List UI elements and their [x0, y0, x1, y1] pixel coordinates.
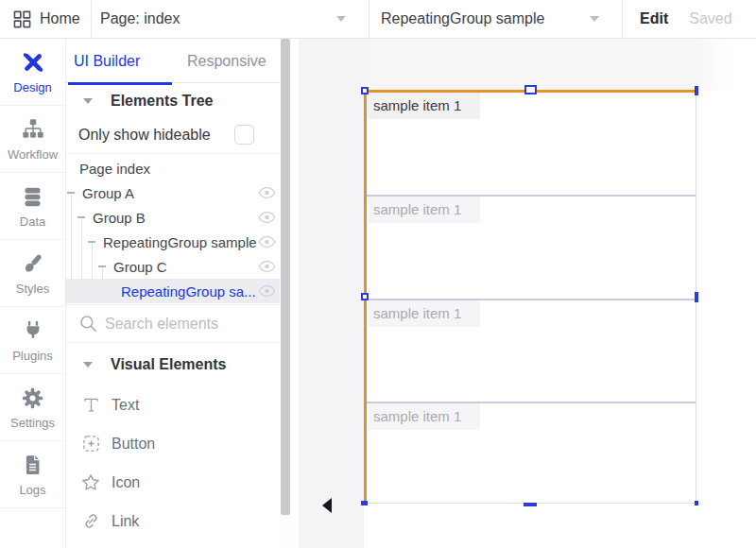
edit-mode-button[interactable]: Edit: [640, 10, 668, 27]
repeating-group-cell[interactable]: sample item 1: [367, 93, 696, 195]
data-icon: [20, 184, 45, 210]
home-label: Home: [40, 10, 80, 27]
collapse-minus-icon[interactable]: [67, 192, 75, 194]
resize-handle-middle-right[interactable]: [695, 292, 698, 302]
visual-elements-title: Visual Elements: [111, 356, 226, 373]
cell-text: sample item 1: [368, 403, 480, 430]
repeating-group-cell[interactable]: sample item 1: [367, 299, 696, 402]
main-sidebar: Design Workflow: [0, 39, 66, 548]
collapse-minus-icon[interactable]: [98, 265, 106, 267]
palette-item-text[interactable]: Text: [66, 385, 280, 424]
repeating-group-cell[interactable]: sample item 1: [367, 402, 696, 502]
canvas-background-left: [299, 39, 364, 548]
canvas-background-top: [364, 39, 734, 90]
text-icon: [81, 396, 100, 415]
elements-tree-header[interactable]: Elements Tree: [66, 88, 280, 114]
tree-node-group-c[interactable]: Group C: [66, 254, 280, 279]
eye-icon[interactable]: [258, 211, 276, 224]
resize-handle-middle-left[interactable]: [361, 293, 369, 300]
sidebar-item-label: Styles: [16, 282, 49, 296]
repeating-group-cell[interactable]: sample item 1: [367, 195, 696, 299]
tab-responsive[interactable]: Responsive: [187, 39, 266, 83]
only-show-hideable-label: Only show hideable: [78, 127, 211, 144]
elements-tree-title: Elements Tree: [111, 93, 214, 110]
visual-elements-header[interactable]: Visual Elements: [66, 351, 280, 378]
chevron-down-icon: [336, 16, 346, 22]
resize-handle-top-middle[interactable]: [524, 85, 537, 94]
design-icon: [20, 50, 45, 76]
sidebar-item-styles[interactable]: Styles: [0, 240, 65, 307]
sidebar-item-label: Settings: [10, 416, 55, 430]
resize-handle-top-right[interactable]: [695, 86, 698, 95]
palette-item-icon[interactable]: Icon: [66, 463, 280, 502]
tree-node-repeatinggroup-sample[interactable]: RepeatingGroup sample: [66, 230, 280, 254]
resize-handle-bottom-left[interactable]: [361, 501, 368, 505]
resize-handle-top-left[interactable]: [361, 87, 369, 94]
sidebar-item-logs[interactable]: Logs: [0, 441, 65, 508]
sidebar-item-label: Design: [13, 80, 51, 94]
settings-icon: [20, 385, 45, 411]
resize-handle-bottom-right[interactable]: [695, 501, 698, 505]
search-icon: [79, 315, 97, 333]
sidebar-item-label: Workflow: [8, 147, 58, 162]
collapse-triangle-icon: [83, 362, 93, 368]
sidebar-item-design[interactable]: Design: [0, 39, 65, 106]
element-selector-dropdown[interactable]: RepeatingGroup sample: [369, 0, 622, 38]
eye-icon[interactable]: [258, 260, 276, 273]
save-status: Saved: [689, 10, 731, 27]
search-elements-input[interactable]: [105, 316, 247, 333]
resize-handle-bottom-middle[interactable]: [524, 503, 537, 506]
home-menu-button[interactable]: Home: [0, 0, 91, 38]
styles-icon: [20, 251, 45, 277]
sidebar-item-workflow[interactable]: Workflow: [0, 106, 65, 173]
link-icon: [81, 512, 100, 531]
eye-icon[interactable]: [258, 284, 276, 298]
app-grid-icon: [13, 10, 31, 28]
only-show-hideable-row: Only show hideable: [66, 120, 280, 150]
sidebar-item-settings[interactable]: Settings: [0, 374, 65, 441]
collapse-minus-icon[interactable]: [77, 216, 85, 218]
sidebar-item-label: Data: [20, 214, 45, 229]
logs-icon: [20, 453, 45, 478]
star-icon: [81, 473, 100, 492]
repeating-group-element[interactable]: sample item 1 sample item 1 sample item …: [364, 90, 696, 504]
plugins-icon: [20, 318, 45, 344]
cell-text[interactable]: sample item 1: [368, 93, 480, 119]
eye-icon[interactable]: [258, 235, 276, 248]
page-selector-dropdown[interactable]: Page: index: [92, 0, 369, 38]
tab-ui-builder[interactable]: UI Builder: [74, 39, 170, 83]
bubble-editor: Home Page: index RepeatingGroup sample E…: [0, 0, 756, 548]
panel-tabs: UI Builder Responsive: [66, 39, 280, 83]
tree-node-group-a[interactable]: Group A: [66, 180, 280, 205]
sidebar-item-data[interactable]: Data: [0, 173, 65, 240]
tree-node-repeatinggroup-nested-selected[interactable]: RepeatingGroup sa...: [66, 279, 280, 303]
element-selector-value: RepeatingGroup sample: [381, 10, 544, 27]
workflow-icon: [20, 117, 45, 143]
search-elements-row: [66, 305, 280, 343]
only-show-hideable-checkbox[interactable]: [234, 125, 254, 145]
tree-node-group-b[interactable]: Group B: [66, 205, 280, 230]
sidebar-item-plugins[interactable]: Plugins: [0, 307, 65, 374]
collapse-triangle-icon: [83, 98, 93, 104]
collapse-minus-icon[interactable]: [88, 241, 95, 243]
cell-text: sample item 1: [368, 197, 480, 223]
topbar-divider: [622, 0, 623, 38]
cell-text: sample item 1: [368, 300, 480, 327]
topbar: Home Page: index RepeatingGroup sample E…: [0, 0, 756, 39]
panel-scrollbar-thumb[interactable]: [281, 39, 290, 515]
chevron-down-icon: [590, 16, 599, 22]
elements-tree: Page index Group A Group B RepeatingGrou…: [66, 156, 280, 303]
collapse-panel-arrow-icon[interactable]: [322, 498, 332, 513]
eye-icon[interactable]: [258, 186, 276, 199]
design-canvas[interactable]: sample item 1 sample item 1 sample item …: [291, 39, 756, 548]
tree-node-page-index[interactable]: Page index: [66, 156, 280, 180]
sidebar-item-label: Logs: [19, 483, 45, 497]
palette-item-button[interactable]: Button: [66, 424, 280, 463]
page-selector-value: Page: index: [100, 10, 180, 27]
panel-scrollbar[interactable]: [280, 39, 291, 548]
panel-divider: [66, 153, 280, 154]
button-icon: [81, 435, 100, 454]
palette-item-link[interactable]: Link: [66, 502, 280, 540]
sidebar-item-label: Plugins: [12, 349, 53, 363]
ui-builder-panel: UI Builder Responsive Elements Tree Only…: [66, 39, 280, 548]
